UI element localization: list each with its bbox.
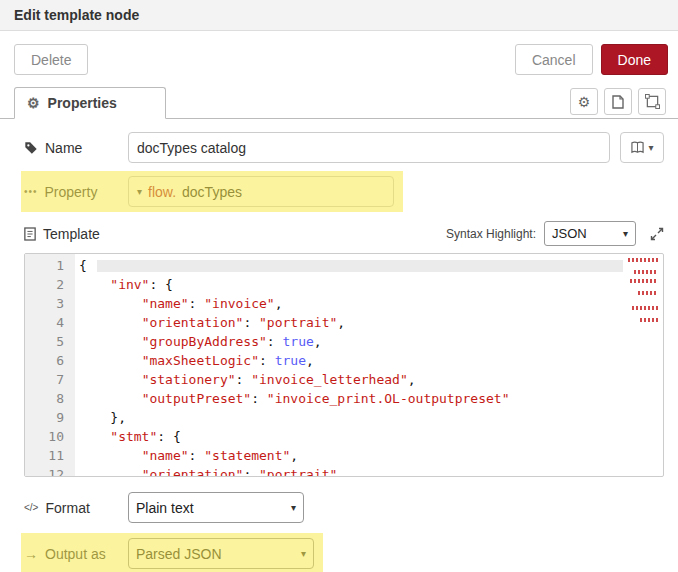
chevron-down-icon: ▾ (648, 142, 653, 153)
chevron-down-icon: ▾ (623, 228, 628, 239)
annotation-mark (630, 279, 658, 283)
tag-icon (24, 141, 38, 155)
tab-buttons: ⚙ (564, 88, 666, 118)
format-select[interactable]: Plain text ▾ (128, 492, 304, 523)
format-row: </> Format Plain text ▾ (24, 492, 664, 523)
property-row: ••• Property ▾ flow. (24, 176, 664, 207)
template-label: Template (24, 226, 128, 242)
name-label: Name (24, 140, 128, 156)
scrollbar-annotation-marks (622, 258, 658, 330)
expand-icon (650, 227, 664, 241)
editor-code[interactable]: { "inv": { "name": "invoice", "orientati… (75, 254, 663, 476)
syntax-highlight-select[interactable]: JSON ▾ (544, 221, 636, 246)
property-type[interactable]: flow. (148, 184, 176, 200)
tab-properties-label: Properties (48, 95, 117, 111)
property-typed-input[interactable]: ▾ flow. (128, 176, 394, 207)
syntax-highlight-group: Syntax Highlight: JSON ▾ (446, 221, 664, 246)
output-as-select[interactable]: Parsed JSON ▾ (128, 538, 314, 569)
template-label-text: Template (43, 226, 100, 242)
ellipsis-icon: ••• (24, 186, 38, 197)
tab-properties[interactable]: ⚙ Properties (14, 87, 166, 119)
editor-expand-button[interactable] (650, 227, 664, 241)
delete-button[interactable]: Delete (14, 44, 88, 75)
properties-form: Name ▾ ••• Property ▾ flow. Template (0, 132, 678, 569)
annotation-mark (634, 270, 658, 274)
dialog-title: Edit template node (14, 7, 139, 23)
arrow-right-icon: → (24, 546, 38, 562)
template-icon (24, 227, 36, 241)
property-label-text: Property (45, 184, 98, 200)
node-appearance-button[interactable] (638, 88, 666, 115)
syntax-highlight-label: Syntax Highlight: (446, 227, 536, 241)
dialog-toolbar: Delete Cancel Done (0, 31, 678, 86)
editor-gutter: 123456789101112 (25, 254, 75, 476)
template-header: Template Syntax Highlight: JSON ▾ (24, 221, 664, 246)
object-frame-icon (645, 94, 660, 109)
node-description-button[interactable] (604, 88, 632, 115)
annotation-mark (632, 306, 658, 310)
done-button[interactable]: Done (601, 44, 668, 75)
book-icon (630, 141, 645, 154)
property-label: ••• Property (24, 184, 128, 200)
name-input[interactable] (128, 132, 610, 163)
node-settings-button[interactable]: ⚙ (570, 88, 598, 115)
output-row: → Output as Parsed JSON ▾ (24, 538, 664, 569)
chevron-down-icon: ▾ (291, 502, 296, 513)
chevron-down-icon: ▾ (301, 548, 306, 559)
property-value-input[interactable] (182, 184, 385, 200)
name-row: Name ▾ (24, 132, 664, 163)
format-value: Plain text (136, 500, 285, 516)
tab-bar: ⚙ Properties ⚙ (0, 86, 678, 119)
type-select-caret-icon[interactable]: ▾ (137, 186, 142, 197)
annotation-mark (628, 258, 658, 262)
document-icon (612, 95, 624, 109)
dialog-header: Edit template node (0, 0, 678, 31)
output-as-value: Parsed JSON (136, 546, 295, 562)
label-options-button[interactable]: ▾ (620, 132, 664, 163)
cancel-button[interactable]: Cancel (515, 44, 593, 75)
annotation-mark (640, 318, 658, 322)
gear-icon: ⚙ (27, 95, 40, 111)
format-label: </> Format (24, 500, 128, 516)
syntax-highlight-value: JSON (552, 226, 617, 241)
output-label: → Output as (24, 546, 128, 562)
code-icon: </> (24, 502, 38, 513)
gear-icon: ⚙ (578, 94, 591, 110)
annotation-mark (638, 291, 658, 295)
format-label-text: Format (45, 500, 89, 516)
output-label-text: Output as (45, 546, 106, 562)
template-code-editor[interactable]: 123456789101112 { "inv": { "name": "invo… (24, 253, 664, 477)
name-label-text: Name (45, 140, 82, 156)
